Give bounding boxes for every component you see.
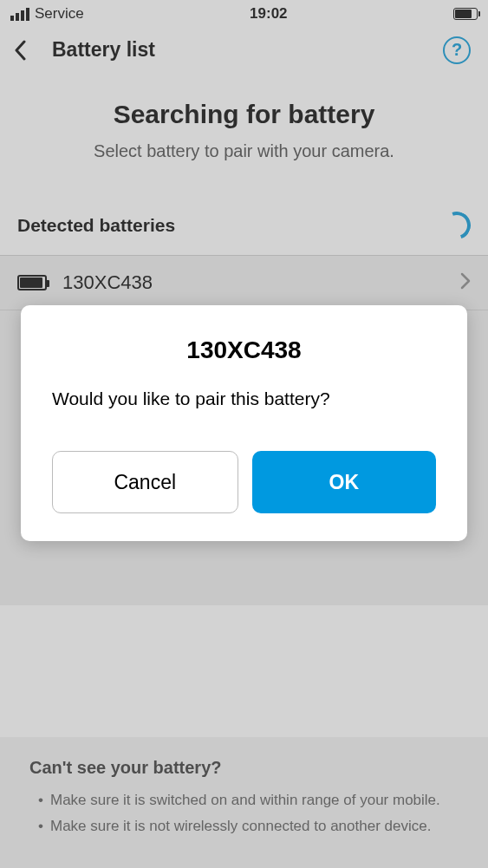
dialog-title: 130XC438 [52, 336, 436, 364]
dialog-buttons: Cancel OK [52, 451, 436, 513]
ok-button[interactable]: OK [252, 451, 437, 513]
pair-dialog: 130XC438 Would you like to pair this bat… [21, 305, 467, 541]
dialog-message: Would you like to pair this battery? [52, 388, 436, 409]
cancel-button[interactable]: Cancel [52, 451, 238, 513]
